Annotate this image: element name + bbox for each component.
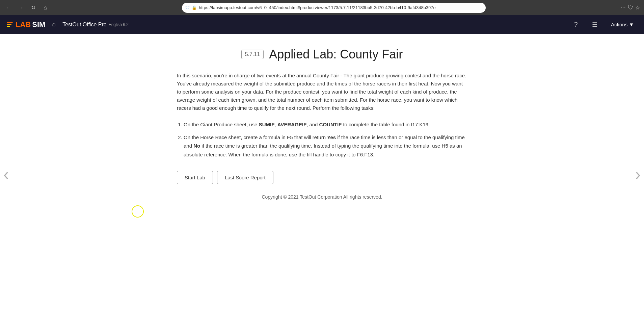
main-content: 5.7.11 Applied Lab: County Fair In this …	[170, 34, 474, 220]
labsim-logo[interactable]: LABSIM	[7, 20, 45, 29]
course-version: English 6.2	[109, 22, 129, 27]
url-text: https://labsimapp.testout.com/v6_0_450/i…	[199, 5, 482, 10]
help-button[interactable]: ?	[570, 19, 582, 31]
task1-bold3: COUNTIF	[319, 122, 342, 127]
actions-label: Actions	[611, 22, 627, 27]
logo-bar-2	[7, 24, 11, 25]
logo-bar-3	[7, 26, 10, 27]
page-header: 5.7.11 Applied Lab: County Fair	[177, 47, 467, 61]
address-bar[interactable]: 🛡 🔒 https://labsimapp.testout.com/v6_0_4…	[182, 3, 486, 13]
task2-bold1: Yes	[327, 134, 336, 140]
back-button[interactable]: ←	[4, 3, 14, 12]
last-score-report-button[interactable]: Last Score Report	[217, 171, 273, 184]
browser-chrome: ← → ↻ ⌂ 🛡 🔒 https://labsimapp.testout.co…	[0, 0, 644, 15]
description-text: In this scenario, you're in charge of tw…	[177, 72, 467, 112]
task1-bold1: SUMIF	[259, 122, 275, 127]
logo-sim-text: SIM	[32, 20, 45, 29]
list-item: On the Horse Race sheet, create a formul…	[184, 133, 467, 159]
course-name: TestOut Office Pro	[62, 22, 106, 28]
tasks-list: On the Giant Produce sheet, use SUMIF, A…	[177, 120, 467, 159]
nav-prev-button[interactable]: ‹	[3, 165, 9, 183]
logo-bars	[7, 22, 13, 27]
reload-button[interactable]: ↻	[28, 3, 38, 12]
star-icon[interactable]: ☆	[635, 4, 640, 11]
copyright-text: Copyright © 2021 TestOut Corporation All…	[177, 194, 467, 200]
home-button[interactable]: ⌂	[41, 3, 50, 12]
start-lab-button[interactable]: Start Lab	[177, 171, 213, 184]
more-icon[interactable]: ⋯	[620, 4, 626, 11]
browser-right-icons: ⋯ 🛡 ☆	[620, 4, 640, 11]
task2-bold2: No	[193, 143, 200, 149]
lock-icon: 🔒	[192, 5, 197, 10]
task1-bold2: AVERAGEIF	[277, 122, 306, 127]
section-badge: 5.7.11	[241, 50, 264, 59]
nav-next-button[interactable]: ›	[635, 165, 641, 183]
actions-chevron-icon: ▼	[629, 22, 634, 27]
list-item: On the Giant Produce sheet, use SUMIF, A…	[184, 120, 467, 129]
header-course-title: TestOut Office Pro English 6.2	[62, 22, 129, 28]
list-button[interactable]: ☰	[589, 19, 601, 31]
cursor-indicator	[132, 205, 144, 218]
actions-button[interactable]: Actions ▼	[608, 20, 637, 29]
logo-bar-1	[7, 22, 13, 23]
forward-button[interactable]: →	[16, 3, 26, 12]
logo-lab-text: LAB	[16, 20, 31, 29]
page-title: Applied Lab: County Fair	[269, 47, 403, 61]
header-home-button[interactable]: ⌂	[52, 21, 56, 28]
app-header: LABSIM ⌂ TestOut Office Pro English 6.2 …	[0, 15, 644, 34]
shield-icon: 🛡	[185, 5, 190, 10]
shield-check-icon[interactable]: 🛡	[628, 5, 633, 11]
action-buttons: Start Lab Last Score Report	[177, 171, 467, 184]
